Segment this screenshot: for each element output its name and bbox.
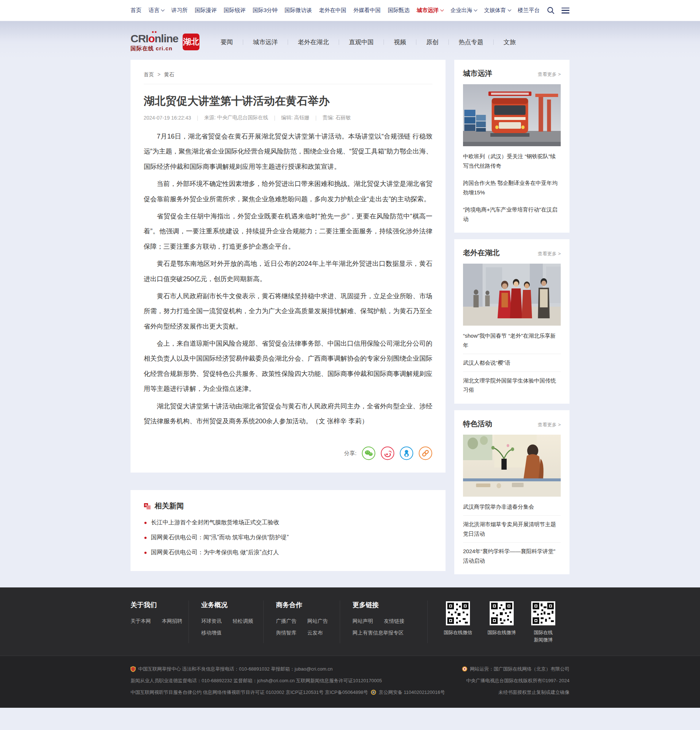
footer-link[interactable]: 网站广告 [307, 618, 328, 625]
footer-link[interactable]: 广播广告 [276, 618, 296, 625]
sidebar-news-item[interactable]: 湖北洪湖市烟草专卖局开展清明节主题党日活动 [463, 515, 561, 542]
topnav-intl-selection[interactable]: 国际甄选 [388, 7, 410, 14]
share-label: 分享: [344, 450, 357, 457]
topnav-intl-3min[interactable]: 国际3分钟 [253, 7, 277, 14]
bullet-icon [144, 552, 147, 554]
footer-column-more-links: 更多链接 网站声明 友情链接 网上有害信息举报专区 [340, 600, 428, 643]
qr-code-image [446, 601, 470, 625]
qrcode-weibo: 国际在线微博 [487, 601, 516, 643]
topnav-foreigners-in-china[interactable]: 老外在中国 [319, 7, 346, 14]
china-europe-freight-train-photo[interactable] [463, 84, 561, 146]
site-logo[interactable]: CRIonline●● 国际在线 cri.cn 湖北 [131, 33, 200, 51]
article-duty-editor: 责编: 石丽敏 [322, 114, 351, 121]
flower-arranging-event-photo[interactable] [463, 435, 561, 496]
sidebar-section-featured-events: 特色活动 查看更多 > [454, 410, 569, 575]
topnav-intl-interview[interactable]: 国际微访谈 [285, 7, 312, 14]
qr-code-image [490, 601, 514, 625]
legal-footer: 中国互联网举报中心 违法和不良信息举报电话：010-68891032 举报邮箱：… [0, 656, 700, 708]
police-badge-icon [371, 689, 376, 695]
qrcode-wechat: 国际在线微信 [444, 601, 472, 643]
topnav-intl-commentary[interactable]: 国际锐评 [224, 7, 246, 14]
operator-emblem-icon [462, 666, 467, 672]
footer-link[interactable]: 云发布 [307, 630, 323, 636]
footer-link[interactable]: 关于本网 [131, 618, 151, 625]
sidebar-news-item[interactable]: “跨境电商+汽车产业带培育行动”在汉启动 [463, 201, 561, 228]
sidebar-news-item[interactable]: “show”我中国春节 “老外”在湖北乐享新年 [463, 327, 561, 354]
footer-link[interactable]: 环球资讯 [201, 618, 222, 625]
sidebar-news-item[interactable]: 湖北文理学院外国留学生体验中国传统习俗 [463, 372, 561, 399]
channelnav-foreigners-hubei[interactable]: 老外在湖北 [298, 38, 329, 46]
article-paragraph: 会上，来自道琼斯中国风险合规部、省贸促会法律事务部、中国出口信用保险公司湖北分公… [144, 336, 432, 397]
topnav-home[interactable]: 首页 [131, 7, 141, 14]
footer-link[interactable]: 网上有害信息举报专区 [353, 630, 404, 636]
footer-link[interactable]: 网站声明 [353, 618, 373, 625]
sidebar-news-item[interactable]: 中欧班列（武汉）受关注 “钢铁驼队”续写当代丝路传奇 [463, 148, 561, 174]
related-news-card: 相关新闻 长江中上游首个全封闭气膜散货堆场正式交工验收 国网黄石供电公司：闻“汛… [131, 490, 446, 571]
topnav-culture-sports[interactable]: 文娱体育 [484, 7, 511, 14]
footer-column-cooperation: 商务合作 广播广告 网站广告 舆情智库 云发布 [264, 600, 340, 643]
legal-copyright-line: 中央广播电视总台国际在线版权所有©1997- 2024 [462, 675, 569, 686]
share-row: 分享: [144, 446, 432, 460]
sidebar-news-item[interactable]: 2024年“襄约学科学——襄阳科学讲堂”活动启动 [463, 542, 561, 569]
foreigners-in-traditional-costume-photo[interactable] [463, 264, 561, 326]
chevron-down-icon [508, 8, 511, 12]
channelnav-view-china[interactable]: 直观中国 [349, 38, 374, 46]
footer-link[interactable]: 舆情智库 [276, 630, 296, 636]
site-footer: 关于我们 关于本网 本网招聘 业务概况 环球资讯 轻松调频 移动增值 商务合作 [0, 587, 700, 708]
channelnav-original[interactable]: 原创 [426, 38, 439, 46]
related-news-item[interactable]: 国网黄石供电公司：闻“汛”而动 筑牢电力保供“防护堤” [144, 530, 432, 545]
article-meta: 2024-07-19 16:22:43 | 来源: 中央广电总台国际在线 | 编… [144, 114, 432, 121]
sidebar-section-city-ocean: 城市远洋 查看更多 > [454, 60, 569, 233]
related-news-item[interactable]: 长江中上游首个全封闭气膜散货堆场正式交工验收 [144, 515, 432, 530]
view-more-link[interactable]: 查看更多 > [538, 71, 561, 78]
footer-link[interactable]: 移动增值 [201, 630, 222, 636]
search-icon[interactable] [547, 7, 554, 14]
topnav-loulan-platform[interactable]: 楼兰平台 [518, 7, 540, 14]
footer-column-business: 业务概况 环球资讯 轻松调频 移动增值 [189, 600, 264, 643]
footer-column-about: 关于我们 关于本网 本网招聘 [131, 600, 189, 643]
sidebar-news-item[interactable]: 武汉人都会说“樱”语 [463, 354, 561, 372]
related-news-item[interactable]: 国网黄石供电公司：为中考保供电 做“后浪”点灯人 [144, 545, 432, 560]
sidebar-news-item[interactable]: 跨国合作火热 鄂企翻译业务在中亚年均劲增15% [463, 174, 561, 201]
qq-share-icon[interactable] [400, 446, 413, 460]
article-title: 湖北贸促大讲堂第十讲活动在黄石举办 [144, 94, 432, 109]
cri-online-logo: CRIonline●● [131, 33, 178, 44]
footer-link[interactable]: 本网招聘 [162, 618, 182, 625]
article-paragraph: 黄石市人民政府副市长牛文俊表示，黄石将继续坚持稳中求进、巩固提升，立足企业所盼、… [144, 289, 432, 334]
channelnav-culture-travel[interactable]: 文旅 [503, 38, 516, 46]
topnav-language[interactable]: 语言 [149, 7, 164, 14]
sidebar-news-item[interactable]: 武汉商学院举办非遗春分集会 [463, 498, 561, 515]
legal-supervision-line: 新闻从业人员职业道德监督电话：010-68892232 监督邮箱：jchsh@c… [131, 675, 445, 686]
article-paragraph: 湖北贸促大讲堂第十讲活动由湖北省贸促会与黄石市人民政府共同主办，全省外向型企业、… [144, 399, 432, 429]
topnav-jiangxisuo[interactable]: 讲习所 [171, 7, 188, 14]
chevron-down-icon [161, 8, 165, 12]
channelnav-headlines[interactable]: 要闻 [220, 38, 233, 46]
topnav-city-ocean[interactable]: 城市远洋 [417, 7, 443, 14]
breadcrumb-current[interactable]: 黄石 [164, 72, 174, 77]
sidebar-section-foreigners-hubei: 老外在湖北 查看更多 > [454, 239, 569, 404]
wechat-share-icon[interactable] [362, 446, 376, 460]
article-editor: 编辑: 高钰姗 [281, 114, 309, 121]
copylink-share-icon[interactable] [419, 446, 432, 460]
breadcrumb: 首页 > 黄石 [144, 72, 432, 84]
article-paragraph: 当前，外部环境不确定性因素增多，给外贸进出口带来困难和挑战。湖北贸促大讲堂是湖北… [144, 177, 432, 207]
channelnav-hot-topics[interactable]: 热点专题 [459, 38, 483, 46]
view-more-link[interactable]: 查看更多 > [538, 251, 561, 257]
breadcrumb-home[interactable]: 首页 [144, 72, 154, 77]
hubei-channel-badge[interactable]: 湖北 [183, 34, 200, 50]
topnav-intl-comics[interactable]: 国际漫评 [195, 7, 217, 14]
topnav-enterprise-overseas[interactable]: 企业出海 [450, 7, 477, 14]
view-more-link[interactable]: 查看更多 > [538, 422, 561, 428]
topnav-foreign-media[interactable]: 外媒看中国 [353, 7, 381, 14]
article-source: 来源: 中央广电总台国际在线 [204, 114, 268, 121]
weibo-share-icon[interactable] [381, 446, 394, 460]
channelnav-city-ocean[interactable]: 城市远洋 [253, 38, 278, 46]
channelnav-video[interactable]: 视频 [394, 38, 406, 46]
article-body: 7月16日，湖北省贸促会在黄石开展湖北贸促大讲堂第十讲活动。本场讲堂以“合规强链… [144, 129, 432, 429]
menu-icon[interactable] [561, 8, 569, 13]
article-date: 2024-07-19 16:22:43 [144, 115, 191, 121]
report-center-shield-icon [131, 666, 136, 672]
legal-report-line: 中国互联网举报中心 违法和不良信息举报电话：010-68891032 举报邮箱：… [131, 663, 445, 675]
footer-link[interactable]: 轻松调频 [233, 618, 253, 625]
footer-link[interactable]: 友情链接 [384, 618, 404, 625]
